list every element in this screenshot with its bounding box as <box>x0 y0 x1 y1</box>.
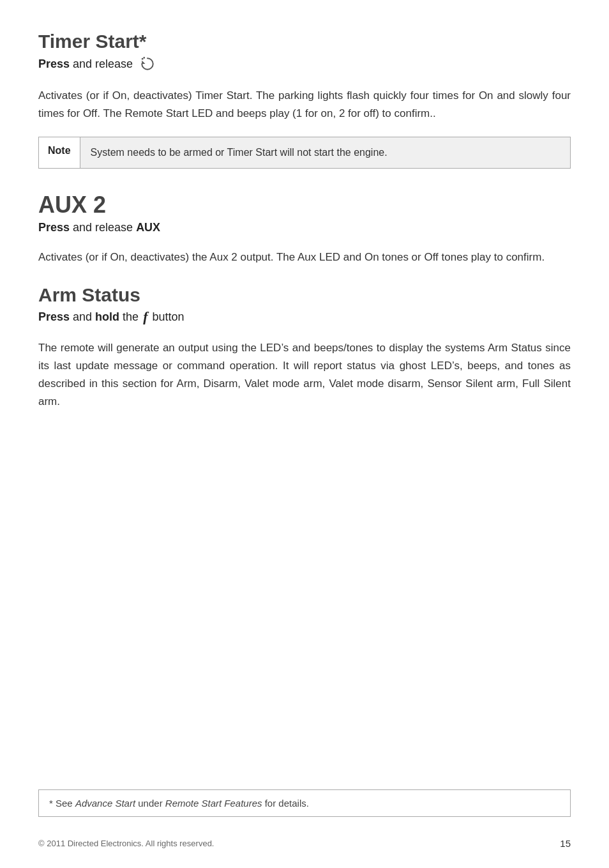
svg-point-1 <box>144 57 146 59</box>
arm-f-button: f <box>143 308 147 325</box>
aux2-description: Activates (or if On, deactivates) the Au… <box>38 248 571 266</box>
copyright-text: © 2011 Directed Electronics. All rights … <box>38 839 214 848</box>
timer-start-description: Activates (or if On, deactivates) Timer … <box>38 87 571 123</box>
page-footer: © 2011 Directed Electronics. All rights … <box>38 838 571 849</box>
footer-note-remote-start: Remote Start Features <box>165 798 262 809</box>
aux2-and-release: and release <box>73 221 133 234</box>
page-number: 15 <box>560 838 571 849</box>
timer-icon <box>136 55 156 73</box>
timer-start-press-word: Press <box>38 57 70 71</box>
svg-point-0 <box>142 58 144 60</box>
timer-start-press-line: Press and release <box>38 55 571 73</box>
footer-note-advance-start: Advance Start <box>75 798 135 809</box>
footer-note-box: * See Advance Start under Remote Start F… <box>38 789 571 817</box>
arm-and: and <box>73 310 92 324</box>
arm-status-description: The remote will generate an output using… <box>38 339 571 411</box>
timer-start-section: Timer Start* Press and release Activates… <box>38 31 571 169</box>
note-text: System needs to be armed or Timer Start … <box>80 137 398 168</box>
aux2-press-word: Press <box>38 221 70 234</box>
arm-status-section: Arm Status Press and hold the f button T… <box>38 284 571 411</box>
arm-the: the <box>123 310 139 324</box>
timer-start-note-box: Note System needs to be armed or Timer S… <box>38 137 571 169</box>
arm-hold-word: hold <box>95 310 119 324</box>
footer-note-star: * See <box>49 798 75 809</box>
note-label: Note <box>39 137 80 168</box>
arm-button-text: button <box>152 310 184 324</box>
page: Timer Start* Press and release Activates… <box>0 0 609 868</box>
aux2-aux-word: AUX <box>136 221 160 234</box>
aux2-press-line: Press and release AUX <box>38 221 571 234</box>
aux2-section: AUX 2 Press and release AUX Activates (o… <box>38 192 571 266</box>
svg-marker-2 <box>142 61 145 64</box>
arm-status-press-line: Press and hold the f button <box>38 308 571 325</box>
timer-start-and-release: and release <box>73 57 133 71</box>
arm-press-word: Press <box>38 310 70 324</box>
aux2-title: AUX 2 <box>38 192 571 218</box>
timer-start-title: Timer Start* <box>38 31 571 52</box>
arm-status-title: Arm Status <box>38 284 571 306</box>
footer-note-under: under <box>135 798 165 809</box>
footer-note-details: for details. <box>262 798 309 809</box>
